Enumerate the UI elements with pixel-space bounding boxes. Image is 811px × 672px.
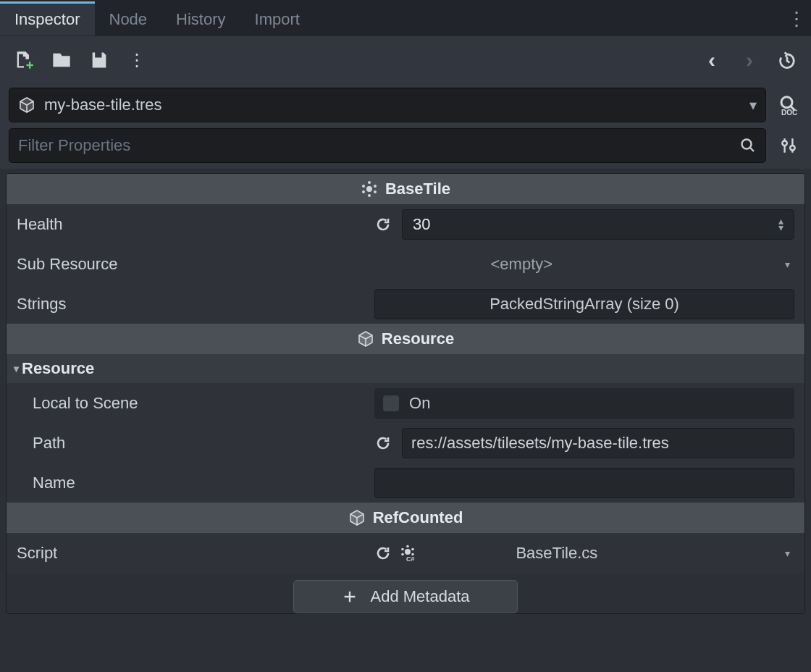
strings-value: PackedStringArray (size 0) [489,295,679,314]
subresource-field[interactable]: <empty> ▾ [374,255,794,274]
svg-point-4 [790,146,795,151]
section-basetile-title: BaseTile [385,180,450,198]
dock-menu-icon[interactable]: ⋮ [782,8,811,30]
prop-subresource: Sub Resource <empty> ▾ [7,244,804,284]
resource-name-label: my-base-tile.tres [44,96,162,114]
tab-node[interactable]: Node [95,2,162,36]
chevron-down-icon: ▾ [14,363,19,374]
svg-point-11 [362,185,365,188]
svg-point-12 [405,549,411,555]
prop-script-label: Script [17,544,374,563]
filter-row: Filter Properties [0,122,811,169]
prop-health-label: Health [17,215,374,234]
resource-row: my-base-tile.tres ▾ DOC [0,83,811,122]
reset-icon[interactable] [374,216,392,233]
svg-point-14 [411,547,414,550]
prop-path: Path res://assets/tilesets/my-base-tile.… [7,423,804,463]
reset-icon[interactable] [374,545,392,562]
health-value: 30 [413,215,430,234]
search-icon [739,137,757,154]
section-refcounted[interactable]: RefCounted [7,503,804,533]
prop-subresource-label: Sub Resource [17,255,374,274]
svg-point-9 [368,194,371,197]
plus-icon [342,589,358,605]
load-resource-button[interactable] [51,49,72,71]
csharp-script-icon: C# [399,545,416,562]
history-back-button[interactable]: ‹ [701,49,723,71]
svg-point-13 [406,545,409,547]
group-resource-title: Resource [22,359,94,378]
script-value: BaseTile.cs [516,544,597,563]
section-resource[interactable]: Resource [7,324,804,354]
svg-point-2 [742,140,752,149]
resource-icon [348,509,366,526]
svg-point-8 [374,190,377,193]
filter-properties-input[interactable]: Filter Properties [9,128,766,163]
subresource-value: <empty> [490,255,552,274]
filter-placeholder: Filter Properties [18,136,739,155]
svg-point-6 [368,181,371,184]
path-value: res://assets/tilesets/my-base-tile.tres [411,434,669,453]
dock-tabs: Inspector Node History Import ⋮ [0,0,811,36]
tab-history[interactable]: History [161,2,240,36]
local-to-scene-toggle[interactable]: On [374,388,794,419]
reset-icon[interactable] [374,434,392,452]
prop-local-label: Local to Scene [17,394,374,413]
extra-menu-button[interactable]: ⋮ [126,49,148,71]
script-field[interactable]: BaseTile.cs ▾ [426,544,794,563]
section-refcounted-title: RefCounted [373,508,463,527]
resource-path-field[interactable]: my-base-tile.tres ▾ [9,88,766,122]
svg-point-5 [366,186,372,192]
svg-text:C#: C# [406,555,415,562]
chevron-down-icon: ▾ [785,547,794,559]
svg-text:DOC: DOC [781,109,797,116]
chevron-down-icon: ▾ [749,96,757,114]
prop-strings-label: Strings [17,295,374,314]
section-resource-title: Resource [382,329,454,348]
tab-import[interactable]: Import [240,2,314,36]
inspector-body: BaseTile Health 30 ▴▾ Sub Resource <empt… [0,169,811,618]
svg-point-17 [401,547,404,550]
checkbox-icon [383,395,399,411]
section-basetile[interactable]: BaseTile [7,174,804,204]
chevron-down-icon: ▾ [785,259,794,270]
add-metadata-label: Add Metadata [371,587,470,606]
property-settings-button[interactable] [775,132,802,159]
open-docs-button[interactable]: DOC [775,91,802,119]
prop-script: Script C# BaseTile.cs ▾ [7,533,804,573]
svg-point-16 [401,553,404,555]
name-input[interactable] [374,468,794,498]
add-metadata-button[interactable]: Add Metadata [293,580,518,613]
prop-strings: Strings PackedStringArray (size 0) [7,284,804,324]
new-resource-button[interactable] [13,49,35,71]
strings-field[interactable]: PackedStringArray (size 0) [374,289,794,319]
spinner-icon[interactable]: ▴▾ [778,218,783,231]
prop-path-label: Path [17,434,374,453]
history-menu-button[interactable] [776,49,798,71]
resource-icon [357,330,374,348]
svg-point-10 [362,190,365,193]
prop-local-to-scene: Local to Scene On [7,383,804,423]
script-class-icon [361,180,378,198]
prop-health: Health 30 ▴▾ [7,204,804,244]
inspector-toolbar: ⋮ ‹ › [0,36,811,83]
health-input[interactable]: 30 ▴▾ [402,209,794,240]
group-resource[interactable]: ▾ Resource [7,354,804,383]
path-input[interactable]: res://assets/tilesets/my-base-tile.tres [402,428,794,458]
history-forward-button[interactable]: › [739,49,760,71]
tab-inspector[interactable]: Inspector [0,1,95,35]
svg-point-3 [782,141,787,146]
prop-name: Name [7,463,804,503]
local-to-scene-value: On [409,394,430,413]
prop-name-label: Name [17,474,374,492]
svg-point-7 [374,185,377,188]
save-resource-button[interactable] [88,49,110,71]
